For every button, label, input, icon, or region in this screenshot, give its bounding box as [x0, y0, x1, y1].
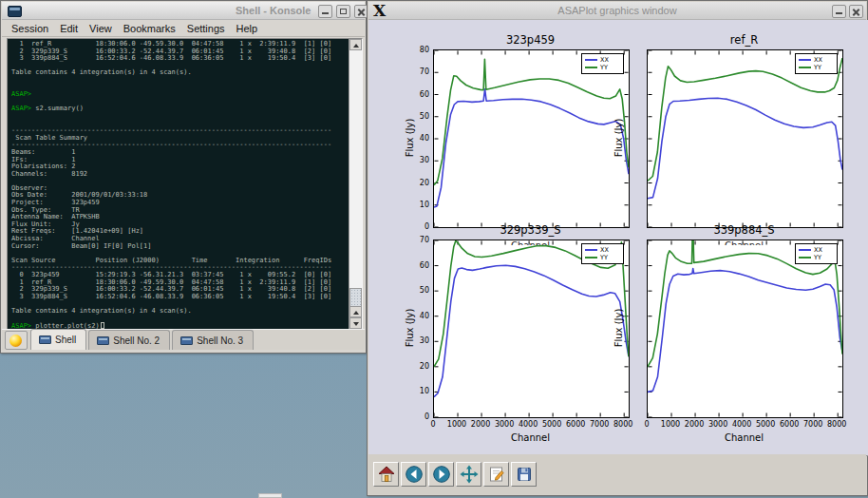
y-tick-label: 80 [408, 46, 429, 54]
tab-shell[interactable]: Shell [30, 329, 86, 350]
new-session-icon [9, 335, 22, 347]
x-tick-label: 8000 [821, 420, 853, 429]
maximize-button[interactable] [336, 5, 350, 18]
save-icon [515, 465, 534, 484]
legend-entry: YY [585, 64, 620, 71]
close-icon [850, 6, 862, 17]
prompt: ASAP> [11, 90, 31, 98]
legend-line-sample [799, 67, 811, 68]
pan-icon [460, 465, 479, 484]
save-button[interactable] [511, 462, 537, 487]
plot-title: 323p459 [433, 33, 628, 47]
plot-area [648, 240, 842, 417]
legend-line-sample [799, 59, 811, 61]
terminal-line: Cursor: Beam[0] IF[0] Pol[1] [11, 243, 349, 251]
plot-canvas[interactable]: 323p459XXYY01020304050607080Flux (Jy)ref… [368, 20, 868, 456]
terminal-scrollbar[interactable] [349, 39, 362, 329]
desktop: Shell - Konsole SessionEditViewBookmarks… [0, 0, 868, 498]
tab-label: Shell No. 2 [113, 335, 160, 346]
legend-label: XX [600, 56, 609, 64]
y-tick-label: 0 [408, 222, 429, 231]
y-axis-label: Flux (Jy) [405, 100, 416, 176]
scroll-up-button-bottom[interactable] [349, 306, 362, 317]
legend-entry: XX [799, 56, 834, 64]
tab-label: Shell No. 3 [197, 335, 243, 346]
plot-axes-339p884_S[interactable] [647, 239, 843, 418]
terminal-line: ASAP> plotter.plot(s2) [11, 322, 349, 329]
scroll-up-button[interactable] [349, 39, 362, 50]
terminal-line: 3 339p884_S 16:52:04.6 -46.08.33.9 06:36… [11, 294, 349, 301]
new-session-button[interactable] [5, 331, 28, 350]
menu-view[interactable]: View [84, 22, 118, 35]
legend-entry: YY [799, 254, 834, 261]
legend-label: XX [600, 246, 609, 254]
tab-shell-no-3[interactable]: Shell No. 3 [172, 330, 254, 350]
home-icon [377, 465, 396, 484]
terminal-cursor [101, 322, 104, 329]
maximize-icon [337, 6, 349, 17]
pan-button[interactable] [456, 462, 481, 487]
legend-line-sample [585, 67, 597, 68]
configure-button[interactable] [483, 462, 509, 487]
legend-line-sample [585, 59, 597, 61]
legend-line-sample [585, 249, 597, 251]
legend: XXYY [581, 53, 624, 74]
console-tab-icon [39, 335, 51, 344]
legend-line-sample [799, 257, 811, 259]
y-tick-label: 60 [408, 90, 429, 99]
scroll-down-button[interactable] [349, 317, 362, 329]
legend-label: XX [814, 246, 822, 254]
x-axis-label: Channel [433, 432, 628, 443]
home-button[interactable] [373, 462, 399, 487]
menu-help[interactable]: Help [231, 22, 264, 35]
konsole-window: Shell - Konsole SessionEditViewBookmarks… [0, 0, 367, 354]
plot-axes-ref_R[interactable] [647, 49, 843, 228]
terminal-line: Table contains 4 integration(s) in 4 sca… [11, 69, 349, 77]
terminal-line [11, 316, 349, 323]
y-tick-label: 60 [408, 261, 429, 270]
minimize-icon [833, 6, 845, 17]
window-title: ASAPlot graphics window [368, 5, 866, 16]
menu-bookmarks[interactable]: Bookmarks [118, 22, 181, 35]
tab-label: Shell [55, 335, 76, 345]
legend-entry: XX [585, 56, 620, 64]
y-tick-label: 70 [408, 67, 429, 76]
y-tick-label: 70 [408, 236, 429, 244]
close-button[interactable] [849, 5, 863, 18]
terminal-line [11, 77, 349, 85]
legend-entry: XX [799, 246, 834, 254]
y-axis-label: Flux (Jy) [613, 290, 625, 366]
scrollbar-thumb[interactable] [349, 288, 362, 307]
menu-settings[interactable]: Settings [181, 22, 231, 35]
plot-axes-323p459[interactable] [433, 49, 630, 228]
konsole-titlebar[interactable]: Shell - Konsole [2, 2, 365, 20]
legend-line-sample [799, 249, 811, 251]
menu-session[interactable]: Session [6, 22, 54, 35]
back-button[interactable] [401, 462, 426, 487]
forward-button[interactable] [428, 462, 454, 487]
terminal-line: Channels: 8192 [11, 171, 349, 179]
plot-axes-329p339_S[interactable] [433, 239, 630, 418]
y-tick-label: 20 [408, 179, 429, 187]
plot-title: 339p884_S [647, 223, 841, 237]
minimize-button[interactable] [318, 5, 332, 18]
desktop-artifact [258, 493, 282, 498]
terminal[interactable]: 1 ref_R 18:30:06.0 -49.59.30.0 04:47:58 … [7, 38, 363, 330]
plot-area [648, 50, 842, 227]
legend-entry: YY [585, 254, 620, 261]
back-icon [405, 465, 424, 484]
legend-label: YY [600, 64, 608, 71]
menu-bar: SessionEditViewBookmarksSettingsHelp [2, 20, 365, 37]
y-tick-label: 10 [408, 387, 429, 395]
menu-edit[interactable]: Edit [54, 22, 84, 35]
prompt: ASAP> [11, 322, 31, 329]
tab-shell-no-2[interactable]: Shell No. 2 [88, 330, 170, 350]
series-XX [434, 265, 629, 396]
minimize-button[interactable] [832, 5, 846, 18]
window-title: Shell - Konsole [236, 5, 311, 16]
series-YY [434, 59, 629, 185]
plot-area [434, 240, 629, 417]
forward-icon [432, 465, 451, 484]
asaplot-titlebar[interactable]: ASAPlot graphics window [368, 2, 866, 20]
configure-icon [487, 465, 506, 484]
